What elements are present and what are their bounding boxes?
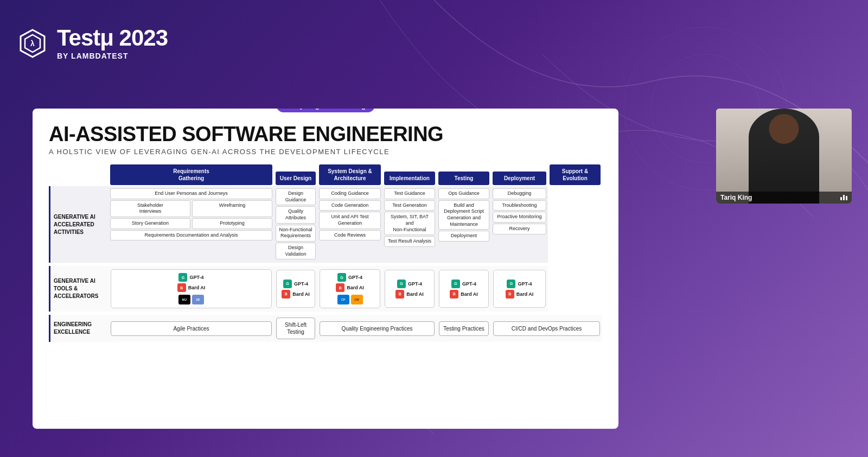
col-header-deployment: Deployment (493, 172, 546, 185)
col-header-user-design: User Design (276, 172, 316, 185)
gpt-label-impl: GPT-4 (348, 275, 362, 280)
slide-subtitle: A HOLSTIC VIEW OF LEVERAGING GEN-AI ACRO… (49, 148, 602, 156)
gpt-label-sup: GPT-4 (518, 281, 532, 287)
activity-design-guidance: Design Guidance (276, 188, 316, 205)
activity-non-func-req: Non-FunctionalRequirements (276, 225, 316, 242)
diagram-table: RequirementsGathering User Design System… (49, 163, 602, 342)
tools-impl: G GPT-4 B Bard AI CP CW (320, 269, 380, 308)
gpt-label-req: GPT-4 (189, 275, 203, 280)
speaker-name-bar: Tariq King (716, 192, 852, 204)
activity-code-reviews: Code Reviews (319, 230, 381, 241)
col-header-implementation: Implementation (384, 172, 435, 185)
col-header-support: Support &Evolution (550, 164, 601, 185)
gpt-icon-impl: G (337, 273, 346, 282)
activity-test-gen: Test Generation (384, 200, 435, 211)
codewhisperer-icon: CW (351, 295, 363, 304)
activity-prototyping: Prototyping (192, 218, 272, 229)
activity-build-deploy: Build andDeployment ScriptGeneration and… (438, 200, 489, 230)
header: λ Testμ 2023 BY LAMBDATEST (0, 0, 228, 87)
logo-icon: λ (16, 27, 49, 60)
gpt-label-deploy: GPT-4 (462, 281, 476, 287)
header-text: Testμ 2023 BY LAMBDATEST (57, 27, 168, 60)
gpt-icon-test: G (397, 280, 406, 288)
tools-label: GENERATIVE AITOOLS &ACCELERATORS (54, 277, 104, 300)
activity-stakeholder: StakeholderInterviews (110, 200, 190, 217)
bard-label-test: Bard AI (406, 291, 424, 297)
gpt-icon-deploy: G (451, 280, 460, 288)
eng-quality: Quality Engineering Practices (320, 321, 435, 336)
activity-deployment: Deployment (438, 231, 489, 242)
eng-shift-left: Shift-Left Testing (276, 318, 315, 339)
bard-label-sup: Bard AI (516, 291, 534, 297)
tools-support: G GPT-4 B Bard AI (493, 270, 546, 308)
speaker-name: Tariq King (720, 194, 752, 201)
eng-label: ENGINEERINGEXCELLENCE (54, 321, 104, 336)
speaker-head (769, 114, 799, 144)
slide-title: AI-ASSISTED SOFTWARE ENGINEERING (49, 124, 602, 145)
bard-icon-req: B (177, 283, 186, 292)
activity-proactive: Proactive Monitoring (493, 212, 546, 223)
mic-bar-3 (846, 196, 847, 200)
activity-unit-api: Unit and API TestGeneration (319, 212, 381, 228)
eng-testing: Testing Practices (439, 321, 489, 336)
speaker-video-bg (716, 109, 852, 204)
bard-label-sys: Bard AI (292, 291, 310, 297)
activity-wireframing: Wireframing (192, 200, 272, 217)
slide-container: Tariq King Is Presenting AI-ASSISTED SOF… (33, 109, 618, 429)
activity-debugging: Debugging (493, 188, 546, 199)
col-header-requirements: RequirementsGathering (110, 164, 272, 185)
bard-icon-impl: B (336, 283, 344, 292)
copilot-icon: CP (337, 295, 349, 304)
col-header-testing: Testing (438, 172, 489, 185)
bard-label-impl: Bard AI (347, 285, 364, 290)
activity-test-result: Test Result Analysis (384, 236, 435, 247)
tools-testing: G GPT-4 B Bard AI (385, 270, 435, 308)
stable-icon: SD (192, 295, 204, 304)
tools-system: G GPT-4 B Bard AI (276, 270, 315, 308)
bard-icon-test: B (395, 290, 404, 299)
activity-recovery: Recovery (493, 224, 546, 234)
gpt-icon-req: G (178, 273, 187, 282)
activity-coding-guidance: Coding Guidance (319, 188, 381, 199)
col-header-system-design: System Design &Architecture (319, 164, 381, 185)
bard-icon-sys: B (282, 290, 290, 299)
bard-icon-sup: B (506, 290, 514, 299)
header-subtitle: BY LAMBDATEST (57, 52, 168, 60)
activity-end-user: End User Personas and Journeys (110, 188, 272, 199)
header-title: Testμ 2023 (57, 27, 168, 49)
mic-bar-2 (843, 195, 845, 200)
midjourney-icon: MJ (178, 295, 190, 304)
tools-row: GENERATIVE AITOOLS &ACCELERATORS G GPT-4… (49, 266, 602, 312)
activity-req-doc: Requirements Documentation and Analysis (110, 230, 272, 241)
tools-deploy: G GPT-4 B Bard AI (439, 270, 489, 308)
activity-story-gen: Story Generation (110, 218, 190, 229)
eng-cicd: CI/CD and DevOps Practices (493, 321, 600, 336)
bard-label-deploy: Bard AI (461, 291, 478, 297)
mic-indicator (840, 195, 847, 200)
bard-icon-deploy: B (450, 290, 458, 299)
activity-test-guidance: Test Guidance (384, 188, 435, 199)
svg-text:λ: λ (30, 39, 35, 48)
speaker-video: Tariq King (716, 109, 852, 204)
tools-requirements: G GPT-4 B Bard AI MJ SD (111, 269, 272, 308)
mic-bar-1 (840, 197, 842, 200)
gen-ai-activities-row: GENERATIVE AIACCELERATEDACTIVITIES End U… (49, 186, 602, 263)
activity-code-gen: Code Generation (319, 200, 381, 211)
gpt-icon-sup: G (507, 280, 515, 288)
eng-agile: Agile Practices (111, 321, 272, 336)
activity-design-validation: Design Validation (276, 243, 316, 259)
gpt-label-test: GPT-4 (408, 281, 422, 287)
gpt-label-sys: GPT-4 (294, 281, 308, 287)
activity-ops-guidance: Ops Guidance (438, 188, 489, 199)
activity-quality-attr: Quality Attributes (276, 206, 316, 223)
eng-row: ENGINEERINGEXCELLENCE Agile Practices Sh… (49, 315, 602, 342)
gpt-icon-sys: G (283, 280, 292, 288)
bard-label-req: Bard AI (188, 285, 206, 290)
gen-ai-label: GENERATIVE AIACCELERATEDACTIVITIES (54, 213, 104, 236)
activity-system-sit: System, SIT, BAT andNon-Functional (384, 212, 435, 235)
activity-troubleshooting: Troubleshooting (493, 200, 546, 211)
presenter-badge: Tariq King Is Presenting (277, 109, 375, 112)
